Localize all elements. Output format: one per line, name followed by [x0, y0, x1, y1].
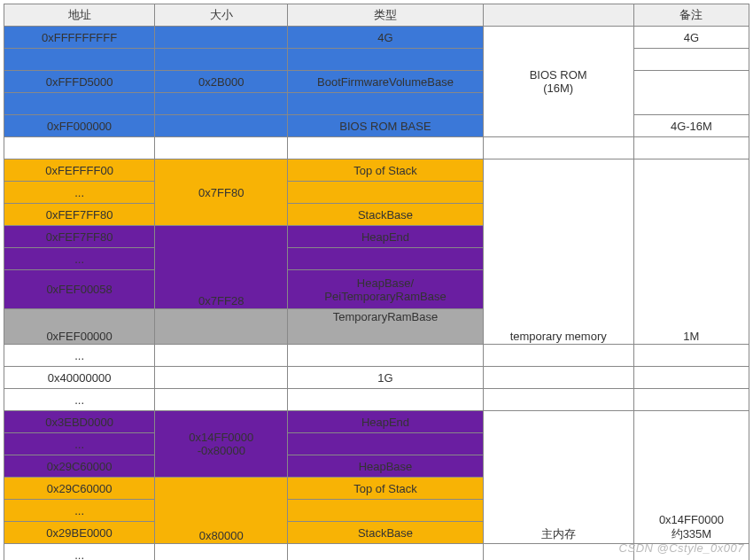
addr-cell	[4, 137, 155, 159]
addr-cell: ...	[4, 182, 155, 204]
type-cell	[288, 544, 483, 561]
note-cell	[633, 345, 749, 367]
addr-cell: 0xFF000000	[4, 115, 155, 137]
size-cell	[155, 309, 288, 345]
size-cell: 0x14FF0000 -0x80000	[155, 411, 288, 478]
addr-cell	[4, 93, 155, 115]
type-cell: Top of Stack	[288, 159, 483, 182]
addr-cell	[4, 49, 155, 71]
type-cell: HeapBase	[288, 455, 483, 478]
note-cell	[633, 367, 749, 389]
addr-cell: 0x29BE0000	[4, 522, 155, 544]
table-row: 0xFEFFFF00 0x7FF80 Top of Stack temporar…	[4, 159, 749, 182]
size-cell: 0x7FF80	[155, 159, 288, 226]
table-row	[4, 49, 749, 71]
table-row: ...	[4, 345, 749, 367]
col-type: 类型	[288, 4, 483, 27]
type-cell	[288, 433, 483, 455]
span-cell	[483, 137, 633, 159]
table-row: 0x3EBD0000 0x14FF0000 -0x80000 HeapEnd 主…	[4, 411, 749, 433]
size-cell: 0x2B000	[155, 71, 288, 93]
table-row: 0x40000000 1G	[4, 367, 749, 389]
addr-cell: ...	[4, 345, 155, 367]
note-cell: 1M	[633, 159, 749, 345]
addr-cell: 0xFFFFFFFFF	[4, 27, 155, 49]
col-size: 大小	[155, 4, 288, 27]
addr-cell: 0x3EBD0000	[4, 411, 155, 433]
note-cell	[633, 49, 749, 71]
size-cell	[155, 93, 288, 115]
size-cell	[155, 544, 288, 561]
size-cell	[155, 27, 288, 49]
addr-cell: 0xFEF7FF80	[4, 204, 155, 226]
size-cell	[155, 389, 288, 411]
type-cell	[288, 389, 483, 411]
addr-cell: ...	[4, 433, 155, 455]
type-cell	[288, 500, 483, 522]
type-cell	[288, 137, 483, 159]
span-cell	[483, 345, 633, 367]
col-span	[483, 4, 633, 27]
table-row: ...	[4, 389, 749, 411]
addr-cell: 0xFEF00058	[4, 270, 155, 309]
region-mainmem: 主内存	[483, 411, 633, 544]
type-cell	[288, 93, 483, 115]
addr-cell: 0xFEFFFF00	[4, 159, 155, 182]
type-cell: 1G	[288, 367, 483, 389]
table-row	[4, 137, 749, 159]
span-cell	[483, 367, 633, 389]
size-cell	[155, 137, 288, 159]
region-bios: BIOS ROM (16M)	[483, 27, 633, 137]
type-cell	[288, 182, 483, 204]
type-cell: StackBase	[288, 204, 483, 226]
type-cell: HeapEnd	[288, 411, 483, 433]
col-addr: 地址	[4, 4, 155, 27]
region-tmpmem: temporary memory	[483, 159, 633, 345]
note-cell	[633, 71, 749, 115]
addr-cell: ...	[4, 248, 155, 270]
addr-cell: 0x29C60000	[4, 478, 155, 500]
note-cell: 0x14FF0000 约335M	[633, 411, 749, 544]
addr-cell: ...	[4, 544, 155, 561]
type-cell	[288, 248, 483, 270]
table-row: 0xFF000000 BIOS ROM BASE 4G-16M	[4, 115, 749, 137]
addr-cell: 0xFEF7FF80	[4, 226, 155, 248]
table-row: 0xFFFFFFFFF 4G BIOS ROM (16M) 4G	[4, 27, 749, 49]
size-cell	[155, 345, 288, 367]
note-cell	[633, 544, 749, 561]
type-cell: Top of Stack	[288, 478, 483, 500]
type-cell	[288, 49, 483, 71]
type-cell: TemporaryRamBase	[288, 309, 483, 345]
table-row: 0xFFFD5000 0x2B000 BootFirmwareVolumeBas…	[4, 71, 749, 93]
type-cell: HeapBase/ PeiTemporaryRamBase	[288, 270, 483, 309]
size-cell: 0x80000	[155, 478, 288, 544]
addr-cell: 0xFFFD5000	[4, 71, 155, 93]
col-note: 备注	[633, 4, 749, 27]
size-cell: 0x7FF28	[155, 226, 288, 309]
span-cell	[483, 389, 633, 411]
type-cell: 4G	[288, 27, 483, 49]
type-cell: StackBase	[288, 522, 483, 544]
table-row: ...	[4, 544, 749, 561]
note-cell: 4G	[633, 27, 749, 49]
type-cell	[288, 345, 483, 367]
addr-cell: 0x40000000	[4, 367, 155, 389]
size-cell	[155, 367, 288, 389]
size-cell	[155, 115, 288, 137]
type-cell: BIOS ROM BASE	[288, 115, 483, 137]
addr-cell: 0xFEF00000	[4, 309, 155, 345]
note-cell	[633, 137, 749, 159]
memory-map-table: 地址 大小 类型 备注 0xFFFFFFFFF 4G BIOS ROM (16M…	[4, 4, 749, 560]
type-cell: HeapEnd	[288, 226, 483, 248]
header-row: 地址 大小 类型 备注	[4, 4, 749, 27]
span-cell	[483, 544, 633, 561]
addr-cell: 0x29C60000	[4, 455, 155, 478]
addr-cell: ...	[4, 389, 155, 411]
note-cell	[633, 389, 749, 411]
size-cell	[155, 49, 288, 71]
type-cell: BootFirmwareVolumeBase	[288, 71, 483, 93]
addr-cell: ...	[4, 500, 155, 522]
note-cell: 4G-16M	[633, 115, 749, 137]
